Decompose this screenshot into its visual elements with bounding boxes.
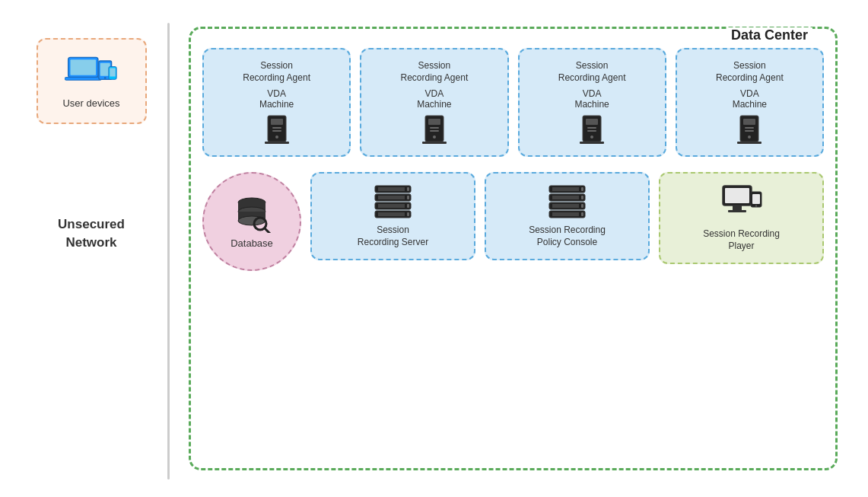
svg-rect-9 xyxy=(271,119,283,125)
user-devices-icon xyxy=(65,53,118,91)
tower-icon-4 xyxy=(737,114,761,145)
svg-rect-24 xyxy=(587,130,596,132)
server-label: SessionRecording Server xyxy=(358,225,428,248)
player-box: Session RecordingPlayer xyxy=(659,172,824,264)
svg-point-5 xyxy=(104,77,107,79)
server-box: SessionRecording Server xyxy=(310,172,475,260)
svg-rect-17 xyxy=(430,127,439,129)
right-panel: Data Center SessionRecording Agent VDAMa… xyxy=(170,15,853,482)
policy-label: Session RecordingPolicy Console xyxy=(529,225,606,248)
player-icon xyxy=(719,184,765,222)
vda-label-2: VDAMachine xyxy=(417,88,451,110)
unsecured-network-label: Unsecured Network xyxy=(58,215,125,252)
policy-icon xyxy=(546,184,588,218)
database-label: Database xyxy=(231,237,273,249)
left-panel: User devices Unsecured Network xyxy=(15,15,167,482)
svg-rect-44 xyxy=(407,196,409,199)
bottom-row: Database xyxy=(202,172,824,271)
svg-rect-7 xyxy=(110,68,115,76)
agent-label-1: SessionRecording Agent xyxy=(243,60,310,84)
svg-rect-27 xyxy=(743,119,755,125)
svg-rect-11 xyxy=(272,127,281,129)
svg-rect-68 xyxy=(752,194,760,204)
svg-point-10 xyxy=(275,135,278,139)
svg-line-38 xyxy=(265,228,270,233)
svg-rect-47 xyxy=(407,204,409,208)
vda-label-3: VDAMachine xyxy=(574,88,609,110)
svg-point-69 xyxy=(755,205,756,206)
agent-box-4: SessionRecording Agent VDAMachine xyxy=(676,48,824,157)
tower-icon-1 xyxy=(265,114,289,145)
svg-point-28 xyxy=(748,135,751,139)
server-icon xyxy=(372,184,414,218)
svg-point-22 xyxy=(590,135,593,139)
player-label: Session RecordingPlayer xyxy=(703,228,780,252)
agent-box-1: SessionRecording Agent VDAMachine xyxy=(202,48,351,157)
agent-label-3: SessionRecording Agent xyxy=(558,60,626,84)
database-box: Database xyxy=(202,172,301,271)
agent-label-4: SessionRecording Agent xyxy=(716,60,784,84)
svg-rect-53 xyxy=(581,187,583,191)
svg-rect-58 xyxy=(552,204,579,208)
policy-box: Session RecordingPolicy Console xyxy=(485,172,650,260)
svg-rect-40 xyxy=(378,187,405,191)
svg-rect-66 xyxy=(728,210,746,212)
svg-rect-61 xyxy=(552,212,579,216)
svg-rect-59 xyxy=(581,204,583,208)
agent-label-2: SessionRecording Agent xyxy=(401,60,469,84)
svg-rect-31 xyxy=(737,142,761,144)
svg-rect-1 xyxy=(70,59,96,75)
svg-rect-62 xyxy=(581,212,583,216)
vda-label-4: VDAMachine xyxy=(733,88,767,110)
svg-rect-13 xyxy=(265,142,289,144)
svg-rect-64 xyxy=(725,188,749,203)
svg-rect-50 xyxy=(407,212,409,216)
svg-rect-18 xyxy=(430,130,439,132)
svg-rect-56 xyxy=(581,196,583,199)
tower-icon-3 xyxy=(580,114,604,145)
svg-rect-12 xyxy=(272,130,281,132)
tower-icon-2 xyxy=(422,114,447,145)
svg-rect-21 xyxy=(586,119,598,125)
svg-rect-29 xyxy=(745,127,754,129)
svg-rect-65 xyxy=(733,205,742,210)
svg-rect-41 xyxy=(407,187,409,191)
svg-rect-30 xyxy=(745,130,754,132)
svg-rect-19 xyxy=(422,142,447,144)
svg-rect-43 xyxy=(378,196,405,199)
agent-box-2: SessionRecording Agent VDAMachine xyxy=(360,48,508,157)
svg-rect-2 xyxy=(65,78,102,81)
svg-rect-46 xyxy=(378,204,405,208)
svg-rect-49 xyxy=(378,212,405,216)
svg-rect-52 xyxy=(552,187,579,191)
svg-rect-15 xyxy=(428,119,440,125)
top-row: SessionRecording Agent VDAMachine xyxy=(202,48,824,157)
data-center-border: Data Center SessionRecording Agent VDAMa… xyxy=(189,27,838,470)
svg-rect-23 xyxy=(587,127,596,129)
main-container: User devices Unsecured Network Data Cent… xyxy=(0,0,868,497)
data-center-title: Data Center xyxy=(727,27,812,43)
agent-box-3: SessionRecording Agent VDAMachine xyxy=(518,48,666,157)
svg-rect-55 xyxy=(552,196,579,199)
svg-point-16 xyxy=(433,135,436,139)
svg-rect-25 xyxy=(580,142,604,144)
user-devices-box: User devices xyxy=(37,38,147,124)
database-icon xyxy=(231,195,273,233)
vda-label-1: VDAMachine xyxy=(259,88,294,110)
user-devices-label: User devices xyxy=(62,97,119,109)
